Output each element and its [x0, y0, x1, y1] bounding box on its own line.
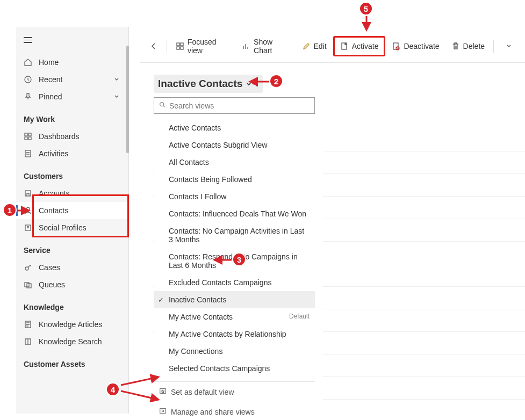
activities-icon	[24, 149, 32, 158]
manage-views[interactable]: Manage and share views	[154, 402, 315, 420]
nav-social-profiles[interactable]: Social Profiles	[16, 219, 128, 236]
activate-button[interactable]: Activate	[333, 36, 386, 56]
view-item[interactable]: My Active ContactsDefault	[154, 308, 315, 325]
arrow-icon	[247, 77, 269, 86]
nav-contacts[interactable]: Contacts	[16, 202, 128, 219]
nav-label: Contacts	[39, 206, 121, 215]
edit-button[interactable]: Edit	[297, 38, 332, 55]
arrow-icon	[121, 391, 163, 404]
deactivate-icon	[392, 42, 400, 50]
nav-activities[interactable]: Activities	[16, 145, 128, 162]
svg-rect-1	[25, 133, 27, 136]
callout-2: 2	[269, 74, 283, 88]
view-item[interactable]: Contacts: No Campaign Activities in Last…	[154, 222, 315, 248]
section-my-work: My Work	[16, 105, 128, 128]
queues-icon	[24, 280, 32, 289]
check-icon: ✓	[158, 296, 164, 304]
callout-badge: 3	[232, 252, 246, 266]
view-item[interactable]: Selected Contacts Campaigns	[154, 360, 315, 377]
deactivate-button[interactable]: Deactivate	[386, 38, 444, 55]
view-item[interactable]: My Active Contacts by Relationship	[154, 325, 315, 343]
nav-queues[interactable]: Queues	[16, 276, 128, 293]
nav-knowledge-articles[interactable]: Knowledge Articles	[16, 316, 128, 333]
view-item[interactable]: Active Contacts Subgrid View	[154, 136, 315, 154]
nav-label: Knowledge Articles	[39, 320, 121, 329]
svg-point-9	[27, 226, 29, 228]
main-area: Focused view Show Chart Edit Activate De…	[140, 30, 525, 420]
view-item-inactive-contacts[interactable]: ✓Inactive Contacts	[154, 291, 315, 308]
manage-icon	[159, 407, 167, 416]
social-icon	[24, 223, 32, 232]
callout-1: 1	[3, 203, 17, 217]
view-item-label: Active Contacts	[169, 124, 221, 132]
view-list: Active Contacts Active Contacts Subgrid …	[154, 119, 315, 377]
button-label: Edit	[314, 42, 327, 50]
button-label: Delete	[463, 42, 485, 50]
callout-4: 4	[106, 382, 120, 396]
svg-rect-2	[28, 133, 31, 136]
view-item-label: Contacts I Follow	[169, 192, 226, 201]
view-item-label: Contacts: Influenced Deals That We Won	[169, 209, 306, 218]
home-icon	[24, 58, 32, 67]
accounts-icon	[24, 189, 32, 198]
view-item[interactable]: Active Contacts	[154, 119, 315, 136]
search-views-input[interactable]	[169, 102, 310, 110]
delete-button[interactable]: Delete	[446, 38, 490, 55]
section-service: Service	[16, 236, 128, 259]
view-item[interactable]: Contacts Being Followed	[154, 171, 315, 188]
nav-label: Pinned	[39, 92, 107, 101]
hamburger-icon	[24, 35, 32, 45]
content: Inactive Contacts ↖ Active Contacts Acti…	[140, 63, 525, 420]
nav-pinned[interactable]: Pinned	[16, 88, 128, 105]
scrollbar[interactable]	[126, 46, 129, 153]
back-button[interactable]	[144, 38, 163, 55]
button-label: Deactivate	[404, 42, 439, 50]
nav-label: Cases	[39, 263, 121, 272]
nav-label: Activities	[39, 149, 121, 158]
nav-label: Accounts	[39, 189, 121, 198]
set-default-view[interactable]: Set as default view	[154, 382, 315, 402]
view-item-label: Selected Contacts Campaigns	[169, 364, 270, 373]
nav-accounts[interactable]: Accounts	[16, 185, 128, 202]
nav-recent[interactable]: Recent	[16, 71, 128, 88]
search-views[interactable]	[154, 97, 315, 114]
view-item-label: Excluded Contacts Campaigns	[169, 278, 271, 287]
view-item[interactable]: Contacts: Influenced Deals That We Won	[154, 205, 315, 222]
edit-icon	[302, 42, 311, 50]
callout-badge: 1	[3, 203, 17, 217]
view-item-label: Contacts Being Followed	[169, 175, 252, 184]
pin-icon	[24, 92, 32, 101]
view-item[interactable]: Excluded Contacts Campaigns	[154, 274, 315, 291]
article-icon	[24, 320, 32, 329]
back-icon	[149, 42, 158, 50]
sidebar: Home Recent Pinned My Work Dashboards Ac…	[16, 27, 129, 414]
view-item[interactable]: All Contacts	[154, 154, 315, 171]
nav-label: Dashboards	[39, 132, 121, 141]
section-customers: Customers	[16, 162, 128, 185]
svg-rect-16	[177, 47, 179, 49]
nav-knowledge-search[interactable]: Knowledge Search	[16, 333, 128, 350]
more-button[interactable]	[497, 38, 521, 54]
svg-rect-5	[25, 150, 31, 157]
callout-badge: 5	[359, 2, 373, 16]
nav-home[interactable]: Home	[16, 54, 128, 71]
chevron-down-icon	[113, 92, 121, 101]
svg-rect-14	[177, 43, 179, 46]
hamburger-button[interactable]	[16, 32, 128, 54]
view-item[interactable]: Contacts I Follow	[154, 188, 315, 205]
show-chart-button[interactable]: Show Chart	[236, 33, 295, 59]
default-label: Default	[289, 313, 310, 320]
svg-rect-15	[181, 43, 183, 46]
arrow-icon	[211, 255, 232, 265]
nav-dashboards[interactable]: Dashboards	[16, 128, 128, 145]
vf-label: Manage and share views	[171, 408, 255, 416]
nav-label: Queues	[39, 280, 121, 289]
vf-label: Set as default view	[171, 388, 234, 396]
callout-badge: 4	[106, 382, 120, 396]
view-item-label: Active Contacts Subgrid View	[169, 141, 267, 149]
svg-point-21	[160, 103, 164, 106]
focused-view-button[interactable]: Focused view	[170, 33, 235, 59]
nav-cases[interactable]: Cases	[16, 259, 128, 276]
nav-label: Social Profiles	[39, 223, 121, 232]
view-item[interactable]: My Connections	[154, 343, 315, 360]
